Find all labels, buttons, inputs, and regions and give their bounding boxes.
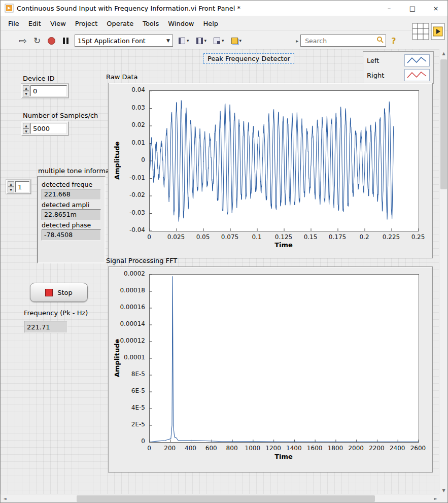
menu-item-project[interactable]: Project xyxy=(71,18,102,29)
device-id-field[interactable]: 0 xyxy=(30,85,67,96)
fft-graph: Amplitude Time 0200400600800100012001400… xyxy=(108,266,433,473)
tick-label: 0.02 xyxy=(109,121,145,128)
resize-objects-icon xyxy=(214,38,220,44)
tick-label: 0.04 xyxy=(109,86,145,93)
tick-label: 0 xyxy=(138,233,160,241)
peak-frequency-detector-label[interactable]: Peak Frequency Detector xyxy=(203,53,294,64)
tick-label: 0.2 xyxy=(353,233,375,241)
tick-label: 400 xyxy=(180,445,202,452)
chevron-down-icon: ▾ xyxy=(187,38,189,43)
tick-label: 0 xyxy=(109,438,145,445)
vertical-scroll-thumb[interactable] xyxy=(440,59,447,189)
spinner-up-icon[interactable]: ▲ xyxy=(23,85,29,91)
run-button[interactable]: ⇨ xyxy=(18,34,28,47)
legend-row-right[interactable]: Right xyxy=(367,69,430,81)
chevron-down-icon: ▾ xyxy=(239,38,242,43)
plot-legend[interactable]: Left Right xyxy=(363,51,434,84)
chevron-down-icon: ▾ xyxy=(222,38,224,43)
close-button[interactable]: × xyxy=(424,1,447,16)
titlebar: Continuous Sound Input with Frequency In… xyxy=(1,1,447,16)
spinner-up-icon[interactable]: ▲ xyxy=(8,181,14,187)
continuous-run-button[interactable]: ↻ xyxy=(32,34,42,47)
tick-label: 0 xyxy=(138,445,160,452)
tick-label: 0.0002 xyxy=(109,270,145,277)
tick-label: -0.02 xyxy=(109,191,145,198)
vertical-scrollbar[interactable]: ▲ ▼ xyxy=(439,49,447,495)
menu-item-operate[interactable]: Operate xyxy=(102,18,138,29)
scroll-left-icon[interactable]: ◄ xyxy=(1,494,9,503)
menubar: FileEditViewProjectOperateToolsWindowHel… xyxy=(1,16,447,31)
horizontal-scrollbar[interactable]: ◄ ► xyxy=(1,494,440,502)
tick-label: 0.0001 xyxy=(109,354,145,361)
abort-button[interactable] xyxy=(46,34,56,47)
fft-plot-area[interactable] xyxy=(149,274,419,443)
tick-label: 0.05 xyxy=(192,233,214,241)
toolbar-right-icons xyxy=(412,23,445,42)
tick-label: 0 xyxy=(109,156,145,163)
raw-data-x-axis-label: Time xyxy=(149,241,418,249)
menu-item-file[interactable]: File xyxy=(4,18,24,29)
tick-label: 1600 xyxy=(303,445,326,452)
samples-spinner: ▲ ▼ xyxy=(23,123,29,134)
search-expand-icon[interactable]: ▸ xyxy=(296,38,298,44)
tick-label: 0.075 xyxy=(219,233,241,241)
tick-label: 0.15 xyxy=(299,233,322,241)
spinner-down-icon[interactable]: ▼ xyxy=(8,187,14,192)
tick-label: 1200 xyxy=(262,445,285,452)
menu-item-view[interactable]: View xyxy=(46,18,71,29)
search-input[interactable] xyxy=(304,37,376,45)
horizontal-scroll-thumb[interactable] xyxy=(77,495,375,502)
align-objects-dropdown[interactable]: ▾ xyxy=(177,33,191,48)
device-id-label: Device ID xyxy=(23,75,54,82)
tick-label: 2400 xyxy=(386,445,408,452)
frequency-value: 221.71 xyxy=(24,321,67,333)
device-id-spinner: ▲ ▼ xyxy=(23,85,29,96)
navigation-window-icon[interactable] xyxy=(412,23,429,42)
detected-amplitude-value: 22.8651m xyxy=(42,209,101,220)
chevron-down-icon: ▾ xyxy=(204,38,207,43)
legend-right-label: Right xyxy=(367,72,384,79)
search-icon xyxy=(376,36,384,45)
spinner-up-icon[interactable]: ▲ xyxy=(23,123,29,128)
scroll-up-icon[interactable]: ▲ xyxy=(439,49,448,58)
legend-right-plot-icon[interactable] xyxy=(404,69,430,81)
menu-item-edit[interactable]: Edit xyxy=(24,18,46,29)
legend-row-left[interactable]: Left xyxy=(367,54,430,66)
distribute-objects-dropdown[interactable]: ▾ xyxy=(195,33,209,48)
raw-data-plot-area[interactable] xyxy=(149,90,419,231)
stop-button[interactable]: Stop xyxy=(30,283,88,302)
help-button[interactable]: ? xyxy=(391,36,396,46)
spinner-down-icon[interactable]: ▼ xyxy=(23,91,29,96)
detected-amplitude-label: detected ampli xyxy=(42,201,101,209)
minimize-button[interactable]: – xyxy=(377,1,401,16)
pause-button[interactable] xyxy=(60,34,71,47)
tick-label: 0.175 xyxy=(326,233,349,241)
search-area: ▸ ? xyxy=(296,35,396,47)
menu-item-help[interactable]: Help xyxy=(198,18,223,29)
samples-field[interactable]: 5000 xyxy=(30,123,67,134)
search-box xyxy=(300,35,386,47)
spinner-down-icon[interactable]: ▼ xyxy=(23,128,29,134)
menu-item-window[interactable]: Window xyxy=(163,18,198,29)
tick-label: 4E-5 xyxy=(109,404,145,411)
maximize-button[interactable]: □ xyxy=(401,1,424,16)
tick-label: 0.03 xyxy=(109,104,145,111)
tick-label: 0.225 xyxy=(380,233,402,241)
stop-square-icon xyxy=(45,289,53,296)
menu-item-tools[interactable]: Tools xyxy=(138,18,163,29)
run-vi-icon[interactable] xyxy=(431,23,445,42)
pause-icon xyxy=(63,38,68,44)
legend-left-plot-icon[interactable] xyxy=(404,54,430,66)
resize-objects-dropdown[interactable]: ▾ xyxy=(212,33,226,48)
tick-label: 8E-5 xyxy=(109,371,145,378)
reorder-objects-dropdown[interactable]: ▾ xyxy=(230,33,244,48)
font-selector-label: 15pt Application Font xyxy=(78,37,164,45)
tick-label: 800 xyxy=(221,445,243,452)
detected-frequency-value: 221.668 xyxy=(42,189,101,200)
reorder-objects-icon xyxy=(231,38,238,44)
tick-label: 0.00018 xyxy=(109,287,145,294)
tone-index-field[interactable]: 1 xyxy=(15,181,29,192)
tick-label: 0.01 xyxy=(109,139,145,146)
font-selector[interactable]: 15pt Application Font ▼ xyxy=(75,35,173,47)
align-objects-icon xyxy=(179,38,185,44)
